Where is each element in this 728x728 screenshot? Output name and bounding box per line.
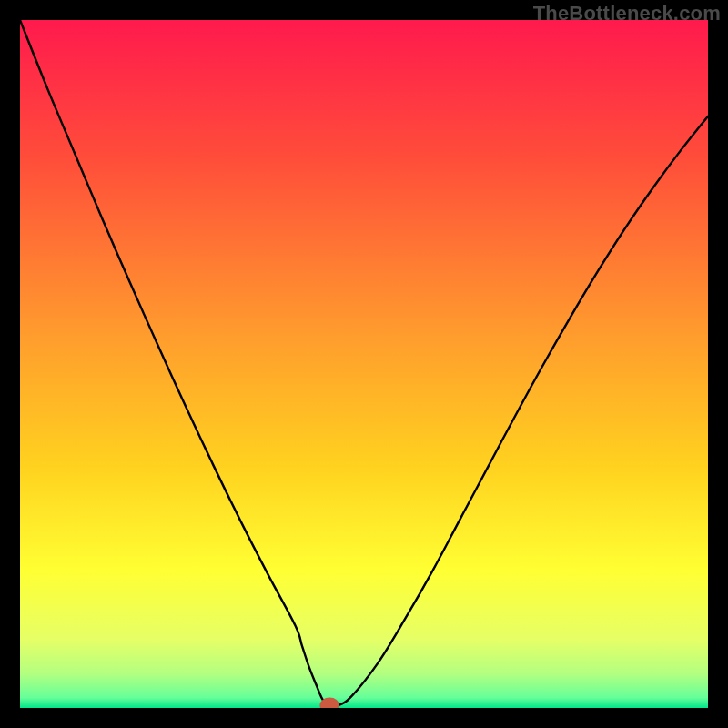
gradient-background: [20, 20, 708, 708]
chart-svg: [20, 20, 708, 708]
plot-area: [20, 20, 708, 708]
chart-frame: TheBottleneck.com: [0, 0, 728, 728]
